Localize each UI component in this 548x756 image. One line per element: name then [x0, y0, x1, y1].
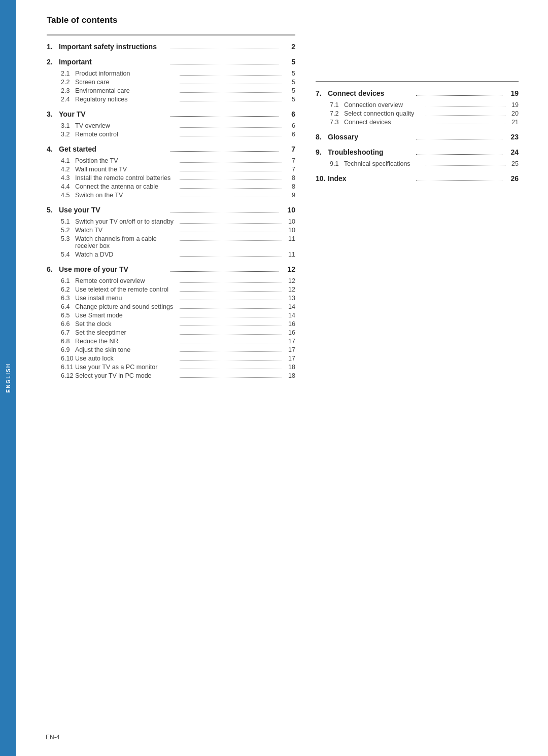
section-title: Use your TV [59, 206, 168, 214]
item-number: 3.2 [61, 131, 75, 138]
section-title: Connect devices [328, 89, 414, 97]
section-page: 10 [281, 206, 295, 214]
item-dots [180, 223, 282, 224]
item-title: Switch on the TV [75, 192, 178, 199]
item-title: Connect the antenna or cable [75, 183, 178, 190]
item-dots [180, 334, 282, 335]
item-dots [180, 171, 282, 171]
toc-section-header: 7.Connect devices19 [316, 89, 519, 97]
section-number: 1. [47, 43, 59, 51]
section-number: 8. [316, 133, 328, 141]
item-number: 6.12 [61, 372, 75, 379]
right-top-divider [316, 81, 519, 82]
section-number: 7. [316, 89, 328, 97]
section-page: 12 [281, 265, 295, 273]
item-page: 6 [284, 122, 295, 129]
item-dots [180, 300, 282, 300]
toc-item: 7.1Connection overview19 [316, 101, 519, 109]
section-number: 9. [316, 148, 328, 156]
item-number: 6.4 [61, 303, 75, 310]
section-title: Important [59, 58, 168, 66]
item-title: Select connection quality [344, 110, 424, 117]
sidebar-language-label: ENGLISH [6, 363, 11, 392]
toc-item: 5.2Watch TV10 [47, 227, 295, 234]
item-title: Remote control [75, 131, 178, 138]
item-title: Set the clock [75, 320, 178, 328]
toc-section-header: 1.Important safety instructions2 [47, 43, 295, 51]
section-title: Troubleshooting [328, 148, 414, 156]
toc-item: 4.5Switch on the TV9 [47, 192, 295, 199]
item-dots [180, 136, 282, 136]
item-page: 12 [284, 277, 295, 284]
item-title: Wall mount the TV [75, 166, 178, 173]
item-page: 6 [284, 131, 295, 138]
item-number: 6.11 [61, 364, 75, 371]
main-content: Table of contents 1.Important safety ins… [16, 0, 548, 407]
item-number: 6.3 [61, 295, 75, 302]
section-number: 6. [47, 265, 59, 273]
item-page: 20 [507, 110, 519, 117]
item-number: 4.3 [61, 174, 75, 182]
toc-section-header: 9.Troubleshooting24 [316, 148, 519, 156]
toc-item: 2.2Screen care5 [47, 79, 295, 86]
toc-section-header: 4.Get started7 [47, 145, 295, 153]
toc-item: 2.4Regulatory notices5 [47, 96, 295, 103]
item-page: 16 [284, 329, 295, 336]
toc-item: 6.12Select your TV in PC mode18 [47, 372, 295, 379]
item-page: 7 [284, 166, 295, 173]
section-dots [416, 139, 502, 139]
page-title: Table of contents [47, 15, 295, 25]
item-title: Change picture and sound settings [75, 303, 178, 310]
section-page: 6 [281, 110, 295, 118]
section-dots [170, 212, 279, 212]
item-title: Connect devices [344, 119, 424, 126]
item-page: 18 [284, 372, 295, 379]
item-number: 2.1 [61, 70, 75, 77]
left-column: Table of contents 1.Important safety ins… [47, 15, 295, 386]
item-dots [180, 75, 282, 76]
item-page: 12 [284, 286, 295, 293]
item-page: 8 [284, 174, 295, 182]
section-number: 10. [316, 174, 328, 183]
toc-item: 2.3Environmental care5 [47, 87, 295, 94]
section-number: 5. [47, 206, 59, 214]
section-page: 26 [504, 174, 519, 183]
item-dots [180, 188, 282, 189]
item-dots [180, 162, 282, 163]
item-dots [180, 232, 282, 232]
section-dots [170, 271, 279, 272]
section-page: 7 [281, 145, 295, 153]
item-dots [180, 377, 282, 378]
section-dots [416, 181, 502, 181]
toc-section-header: 10.Index26 [316, 174, 519, 183]
item-number: 6.2 [61, 286, 75, 293]
item-number: 6.1 [61, 277, 75, 284]
toc-item: 3.1TV overview6 [47, 122, 295, 129]
section-page: 19 [504, 89, 519, 97]
item-number: 4.2 [61, 166, 75, 173]
toc-item: 6.11Use your TV as a PC monitor18 [47, 364, 295, 371]
toc-item: 6.9Adjust the skin tone17 [47, 346, 295, 353]
section-page: 2 [281, 43, 295, 51]
item-page: 18 [284, 364, 295, 371]
item-page: 17 [284, 355, 295, 362]
section-page: 24 [504, 148, 519, 156]
left-toc: 1.Important safety instructions22.Import… [47, 43, 295, 379]
item-page: 11 [284, 251, 295, 258]
item-title: Use Smart mode [75, 312, 178, 319]
toc-item: 5.3Watch channels from a cable receiver … [47, 235, 295, 249]
toc-item: 6.4Change picture and sound settings14 [47, 303, 295, 310]
section-page: 5 [281, 58, 295, 66]
section-dots [416, 95, 502, 96]
item-title: Remote control overview [75, 277, 178, 284]
toc-item: 6.3Use install menu13 [47, 295, 295, 302]
item-title: Reduce the NR [75, 338, 178, 345]
item-dots [180, 127, 282, 128]
item-title: Adjust the skin tone [75, 346, 178, 353]
section-page: 23 [504, 133, 519, 141]
item-number: 9.1 [330, 160, 344, 167]
section-title: Important safety instructions [59, 43, 168, 51]
item-number: 7.1 [330, 101, 344, 109]
item-title: Product information [75, 70, 178, 77]
item-number: 7.3 [330, 119, 344, 126]
